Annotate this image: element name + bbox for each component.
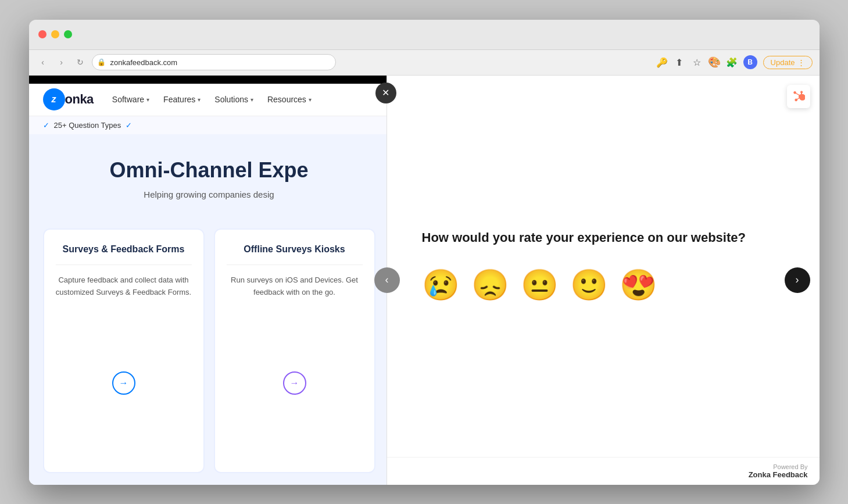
reload-button[interactable]: ↻ — [73, 55, 87, 69]
traffic-lights — [38, 30, 72, 38]
feedback-question: How would you rate your experience on ou… — [422, 229, 746, 247]
powered-by-footer: Powered By Zonka Feedback — [387, 457, 820, 485]
feedback-content: ‹ › How would you rate your experience o… — [387, 76, 820, 457]
update-button[interactable]: Update ⋮ — [763, 56, 813, 69]
website-area: z onka Software ▾ Features ▾ Solutions ▾… — [29, 76, 389, 485]
emoji-sad[interactable]: 😞 — [471, 267, 509, 303]
chevron-down-icon: ▾ — [146, 96, 149, 103]
hero-section: Omni-Channel Expe Helping growing compan… — [29, 134, 389, 217]
chevron-down-icon: ▾ — [309, 96, 312, 103]
maximize-button[interactable] — [64, 30, 72, 38]
site-navigation: z onka Software ▾ Features ▾ Solutions ▾… — [29, 84, 389, 116]
check-icon-right: ✓ — [126, 121, 132, 130]
logo-icon: z — [43, 88, 65, 110]
page-content: z onka Software ▾ Features ▾ Solutions ▾… — [29, 76, 820, 485]
emoji-very-happy[interactable]: 😍 — [620, 267, 657, 303]
browser-toolbar-icons: 🔑 ⬆ ☆ 🎨 🧩 B Update ⋮ — [656, 55, 813, 69]
close-button[interactable] — [38, 30, 46, 38]
nav-item-software[interactable]: Software ▾ — [112, 95, 149, 104]
key-icon[interactable]: 🔑 — [656, 56, 668, 68]
url-bar[interactable]: 🔒 zonkafeedback.com — [92, 54, 336, 70]
chevron-down-icon: ▾ — [198, 96, 201, 103]
card-surveys: Surveys & Feedback Forms Capture feedbac… — [43, 228, 205, 473]
feature-row: ✓ 25+ Question Types ✓ — [29, 116, 389, 134]
card-description-offline: Run surveys on iOS and Devices. Get feed… — [227, 274, 363, 299]
feedback-popup: ✕ ‹ › How would you rate your experience… — [387, 76, 820, 485]
forward-button[interactable]: › — [55, 55, 69, 69]
feedback-prev-button[interactable]: ‹ — [374, 267, 400, 293]
url-text: zonkafeedback.com — [110, 58, 178, 67]
address-bar: ‹ › ↻ 🔒 zonkafeedback.com 🔑 ⬆ ☆ 🎨 🧩 B Up… — [29, 50, 820, 76]
title-bar — [29, 20, 820, 50]
nav-item-features[interactable]: Features ▾ — [163, 95, 201, 104]
nav-item-resources[interactable]: Resources ▾ — [267, 95, 312, 104]
card-description-surveys: Capture feedback and collect data with c… — [56, 274, 192, 299]
card-title-offline: Offline Surveys Kiosks — [227, 244, 363, 256]
puzzle-icon[interactable]: 🧩 — [726, 56, 738, 68]
card-arrow-button-offline[interactable]: → — [283, 371, 306, 395]
star-icon[interactable]: ☆ — [691, 56, 703, 68]
hero-subtitle: Helping growing companies desig — [43, 190, 375, 199]
logo-text: onka — [65, 92, 94, 107]
site-topbar — [29, 76, 389, 84]
card-divider — [56, 264, 192, 265]
emoji-rating-row: 😢 😞 😐 🙂 😍 — [422, 267, 657, 303]
share-icon[interactable]: ⬆ — [674, 56, 685, 68]
color-wheel-icon[interactable]: 🎨 — [709, 56, 720, 68]
card-offline: Offline Surveys Kiosks Run surveys on iO… — [214, 228, 375, 473]
emoji-neutral[interactable]: 😐 — [521, 267, 559, 303]
hero-title: Omni-Channel Expe — [43, 158, 375, 183]
emoji-happy[interactable]: 🙂 — [570, 267, 608, 303]
profile-avatar[interactable]: B — [743, 55, 757, 69]
feature-text: 25+ Question Types — [54, 121, 121, 130]
nav-item-solutions[interactable]: Solutions ▾ — [214, 95, 253, 104]
minimize-button[interactable] — [51, 30, 59, 38]
back-button[interactable]: ‹ — [36, 55, 50, 69]
cards-section: Surveys & Feedback Forms Capture feedbac… — [29, 217, 389, 485]
hubspot-icon[interactable] — [787, 85, 810, 108]
browser-window: ‹ › ↻ 🔒 zonkafeedback.com 🔑 ⬆ ☆ 🎨 🧩 B Up… — [29, 20, 820, 485]
emoji-very-sad[interactable]: 😢 — [422, 267, 460, 303]
card-arrow-button-surveys[interactable]: → — [112, 371, 135, 395]
feedback-next-button[interactable]: › — [785, 267, 810, 293]
logo[interactable]: z onka — [43, 88, 94, 110]
powered-by-label: Powered By — [773, 463, 807, 470]
powered-by-brand: Zonka Feedback — [399, 470, 808, 479]
card-divider-2 — [227, 264, 363, 265]
check-icon: ✓ — [43, 121, 49, 130]
card-title-surveys: Surveys & Feedback Forms — [56, 244, 192, 256]
chevron-down-icon: ▾ — [251, 96, 253, 103]
lock-icon: 🔒 — [97, 58, 106, 66]
popup-close-button[interactable]: ✕ — [375, 83, 396, 103]
